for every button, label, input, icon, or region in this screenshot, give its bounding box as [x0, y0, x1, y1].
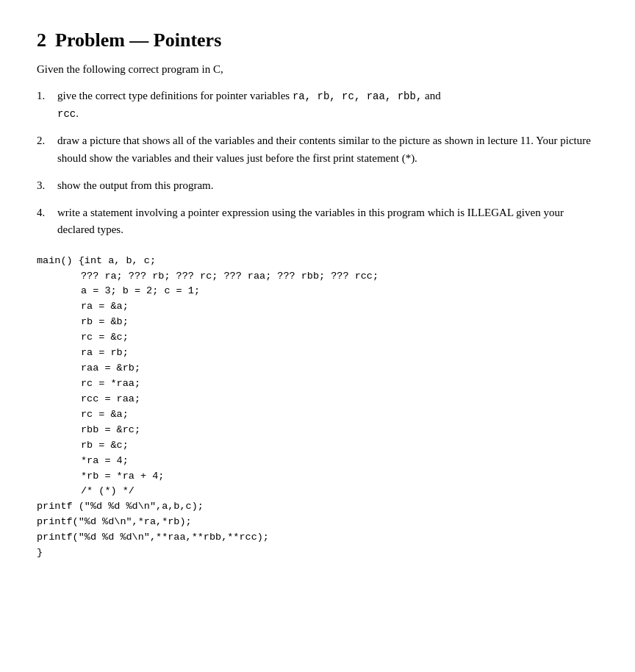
code-inline-1: ra, rb, rc, raa, rbb, — [293, 90, 422, 102]
code-line: ra = &a; — [37, 299, 598, 315]
code-line: rcc = raa; — [37, 392, 598, 407]
code-line: ??? ra; ??? rb; ??? rc; ??? raa; ??? rbb… — [37, 269, 598, 285]
code-line: rc = &c; — [37, 330, 598, 346]
code-line: raa = &rb; — [37, 361, 598, 376]
code-line: ra = rb; — [37, 346, 598, 361]
section-header: 2 Problem — Pointers — [37, 29, 598, 51]
code-line: rb = &b; — [37, 315, 598, 330]
code-line: *rb = *ra + 4; — [37, 469, 598, 485]
code-block: main() {int a, b, c;??? ra; ??? rb; ??? … — [37, 254, 598, 561]
code-line: printf ("%d %d %d\n",a,b,c); — [37, 499, 598, 515]
list-item: 4. write a statement involving a pointer… — [37, 204, 598, 239]
code-line: a = 3; b = 2; c = 1; — [37, 284, 598, 299]
code-inline-1b: rcc — [57, 108, 76, 120]
list-content-3: show the output from this program. — [57, 177, 213, 194]
code-line: rbb = &rc; — [37, 423, 598, 438]
intro-text: Given the following correct program in C… — [37, 63, 598, 76]
list-number-2: 2. — [37, 132, 51, 167]
list-item: 3. show the output from this program. — [37, 177, 598, 194]
code-line: *ra = 4; — [37, 454, 598, 469]
list-number: 1. — [37, 87, 51, 122]
code-line: main() {int a, b, c; — [37, 254, 598, 269]
list-item: 2. draw a picture that shows all of the … — [37, 132, 598, 167]
section-title: Problem — Pointers — [55, 29, 221, 51]
code-line: printf("%d %d\n",*ra,*rb); — [37, 515, 598, 530]
list-content-2: draw a picture that shows all of the var… — [57, 132, 598, 167]
list-content-1: give the correct type definitions for po… — [57, 87, 441, 122]
code-line: printf("%d %d %d\n",**raa,**rbb,**rcc); — [37, 530, 598, 546]
list-item: 1. give the correct type definitions for… — [37, 87, 598, 122]
code-line: rb = &c; — [37, 438, 598, 454]
list-number-3: 3. — [37, 177, 51, 194]
code-line: rc = *raa; — [37, 376, 598, 392]
list-number-4: 4. — [37, 204, 51, 239]
section-number: 2 — [37, 29, 46, 51]
code-line: } — [37, 546, 598, 561]
code-line: /* (*) */ — [37, 484, 598, 499]
code-line: rc = &a; — [37, 407, 598, 423]
list-content-4: write a statement involving a pointer ex… — [57, 204, 598, 239]
problem-list: 1. give the correct type definitions for… — [37, 87, 598, 239]
